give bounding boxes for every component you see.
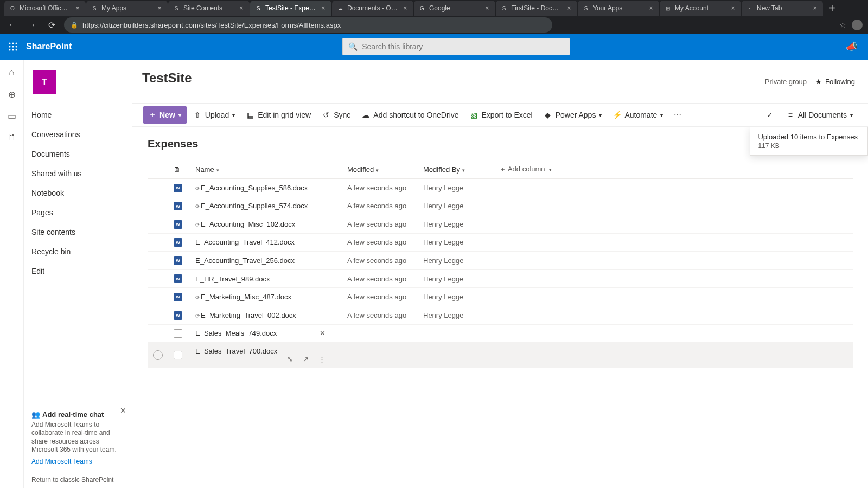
file-name[interactable]: ⟳E_Accounting_Supplies_586.docx	[190, 179, 342, 197]
browser-tab[interactable]: ☁Documents - OneD…×	[332, 1, 413, 16]
close-icon[interactable]: ×	[811, 4, 819, 12]
app-launcher-icon[interactable]	[0, 34, 26, 60]
file-name[interactable]: E_Sales_Meals_749.docx✕	[190, 324, 342, 343]
export-excel-button[interactable]: ▧Export to Excel	[465, 107, 537, 123]
forward-button[interactable]: →	[25, 18, 39, 32]
site-title[interactable]: TestSite	[142, 70, 192, 86]
file-name[interactable]: ⟳E_Accounting_Misc_102.docx	[190, 215, 342, 234]
table-row[interactable]: W⟳E_Accounting_Supplies_586.docxA few se…	[148, 179, 853, 197]
browser-tab[interactable]: ⊞My Account×	[660, 1, 741, 16]
file-name[interactable]: E_HR_Travel_989.docx	[190, 269, 342, 288]
browser-tab[interactable]: ·New Tab×	[742, 1, 823, 16]
close-icon[interactable]: ✕	[120, 406, 126, 415]
follow-button[interactable]: ★Following	[815, 78, 855, 86]
nav-item[interactable]: Shared with us	[24, 164, 132, 183]
nav-item[interactable]: Home	[24, 105, 132, 125]
document-list: 🗎 Name▾ Modified▾ Modified By▾ ＋ Add col…	[148, 160, 853, 368]
more-button[interactable]: ⋯	[669, 107, 686, 123]
word-icon: W	[174, 274, 182, 283]
browser-tab[interactable]: STestSite - Expenses×	[250, 1, 331, 16]
sync-button[interactable]: ↺Sync	[317, 107, 355, 123]
site-logo[interactable]: T	[33, 70, 56, 94]
file-name[interactable]: ⟳E_Accounting_Supplies_574.docx	[190, 197, 342, 215]
back-button[interactable]: ←	[5, 18, 20, 32]
file-name[interactable]: ⟳E_Marketing_Misc_487.docx	[190, 288, 342, 306]
search-input[interactable]	[362, 42, 564, 51]
edit-grid-button[interactable]: ▦Edit in grid view	[241, 107, 315, 123]
new-tab-button[interactable]: +	[824, 2, 841, 15]
table-row[interactable]: WE_Accounting_Travel_256.docxA few secon…	[148, 252, 853, 270]
teams-promo-link[interactable]: Add Microsoft Teams	[31, 458, 124, 465]
product-name[interactable]: SharePoint	[26, 42, 72, 52]
row-action-icon[interactable]: ✕	[320, 329, 326, 337]
browser-tab[interactable]: GGoogle×	[414, 1, 495, 16]
col-modified[interactable]: Modified▾	[342, 160, 418, 179]
nav-item[interactable]: Documents	[24, 144, 132, 164]
browser-tab[interactable]: SFirstSite - Docume…×	[496, 1, 577, 16]
global-nav-rail: ⌂ ⊕ ▭ 🗎	[0, 60, 24, 488]
browser-tab[interactable]: SSite Contents×	[168, 1, 250, 16]
view-selector[interactable]: ≡All Documents▾	[782, 107, 857, 123]
upload-button[interactable]: ⇧Upload▾	[189, 107, 239, 123]
file-name[interactable]: E_Accounting_Travel_412.docx	[190, 233, 342, 252]
home-icon[interactable]: ⌂	[7, 67, 17, 78]
upload-icon: ⇧	[193, 111, 202, 119]
browser-tab[interactable]: SMy Apps×	[86, 1, 168, 16]
table-row[interactable]: WE_Sales_Travel_700.docx⤡↗⋮	[148, 343, 853, 368]
row-action-icon[interactable]: ⤡	[287, 355, 293, 363]
file-name[interactable]: ⟳E_Marketing_Travel_002.docx	[190, 306, 342, 324]
table-row[interactable]: WE_HR_Travel_989.docxA few seconds agoHe…	[148, 269, 853, 288]
close-icon[interactable]: ×	[565, 4, 573, 12]
table-row[interactable]: W⟳E_Marketing_Misc_487.docxA few seconds…	[148, 288, 853, 306]
browser-tab[interactable]: SYour Apps×	[578, 1, 659, 16]
nav-item[interactable]: Recycle bin	[24, 242, 132, 261]
done-check-button[interactable]: ✓	[762, 107, 777, 123]
close-icon[interactable]: ×	[320, 4, 327, 12]
row-action-icon[interactable]: ↗	[303, 355, 309, 363]
news-icon[interactable]: ▭	[7, 111, 17, 121]
table-row[interactable]: W⟳E_Accounting_Misc_102.docxA few second…	[148, 215, 853, 234]
chevron-down-icon: ▾	[549, 167, 552, 172]
globe-icon[interactable]: ⊕	[7, 89, 17, 100]
excel-icon: ▧	[470, 111, 478, 119]
classic-link[interactable]: Return to classic SharePoint	[31, 476, 113, 484]
table-row[interactable]: WE_Sales_Meals_749.docx✕	[148, 324, 853, 343]
table-row[interactable]: WE_Accounting_Travel_412.docxA few secon…	[148, 233, 853, 252]
new-button[interactable]: ＋New▾	[143, 106, 187, 124]
nav-item[interactable]: Edit	[24, 261, 132, 281]
add-column-button[interactable]: ＋ Add column ▾	[494, 160, 853, 179]
power-apps-button[interactable]: ◆Power Apps▾	[539, 107, 607, 123]
files-icon[interactable]: 🗎	[7, 132, 17, 143]
browser-tab[interactable]: OMicrosoft Office H…×	[4, 1, 86, 16]
reload-button[interactable]: ⟳	[44, 18, 59, 32]
close-icon[interactable]: ×	[401, 4, 409, 12]
star-icon[interactable]: ☆	[839, 21, 846, 29]
profile-avatar[interactable]	[852, 20, 863, 30]
close-icon[interactable]: ×	[74, 4, 81, 12]
close-icon[interactable]: ×	[483, 4, 491, 12]
search-box[interactable]: 🔍	[342, 38, 570, 55]
table-row[interactable]: W⟳E_Accounting_Supplies_574.docxA few se…	[148, 197, 853, 215]
close-icon[interactable]: ×	[238, 4, 245, 12]
favicon: O	[9, 4, 16, 12]
nav-item[interactable]: Conversations	[24, 125, 132, 144]
shortcut-button[interactable]: ☁Add shortcut to OneDrive	[357, 107, 463, 123]
close-icon[interactable]: ×	[156, 4, 163, 12]
nav-item[interactable]: Pages	[24, 203, 132, 222]
nav-item[interactable]: Site contents	[24, 222, 132, 242]
file-name[interactable]: E_Sales_Travel_700.docx⤡↗⋮	[190, 343, 342, 368]
col-modified-by[interactable]: Modified By▾	[418, 160, 494, 179]
file-name[interactable]: E_Accounting_Travel_256.docx	[190, 252, 342, 270]
nav-item[interactable]: Notebook	[24, 183, 132, 203]
close-icon[interactable]: ×	[729, 4, 737, 12]
row-action-icon[interactable]: ⋮	[318, 355, 326, 363]
address-bar[interactable]: 🔒 https://citizenbuilders.sharepoint.com…	[64, 17, 552, 33]
close-icon[interactable]: ×	[647, 4, 655, 12]
megaphone-icon[interactable]: 📣	[841, 41, 863, 53]
chevron-down-icon: ▾	[232, 112, 235, 118]
col-type-icon[interactable]: 🗎	[168, 160, 190, 179]
table-row[interactable]: W⟳E_Marketing_Travel_002.docxA few secon…	[148, 306, 853, 324]
col-name[interactable]: Name▾	[190, 160, 342, 179]
automate-button[interactable]: ⚡Automate▾	[608, 107, 667, 123]
row-select-circle[interactable]	[153, 350, 163, 360]
